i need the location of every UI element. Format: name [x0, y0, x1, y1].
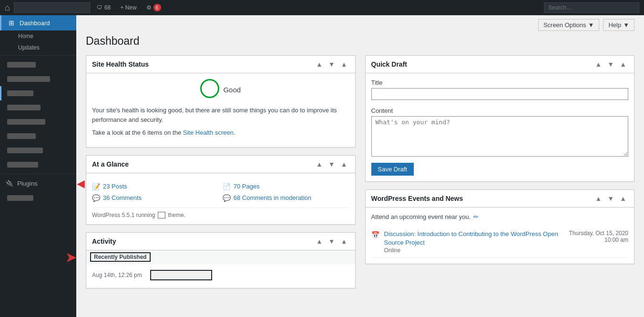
- sidebar-item-blurred-3[interactable]: [0, 86, 76, 100]
- woo-icon: ⚙: [146, 4, 152, 11]
- event-time-text-1: 10:00 am: [569, 237, 628, 243]
- glance-footer: WordPress 5.5.1 running theme.: [92, 208, 349, 219]
- recently-published-label: Recently Published: [86, 250, 355, 264]
- screen-options-button[interactable]: Screen Options ▼: [538, 19, 599, 31]
- sidebar-item-plugins[interactable]: 🔌 Plugins: [0, 176, 43, 191]
- page-title: Dashboard: [86, 35, 634, 48]
- help-arrow-icon: ▼: [623, 21, 629, 29]
- wp-events-controls: ▲ ▼ ▲: [593, 194, 628, 203]
- event-left-1: 📅 Discussion: Introduction to Contributi…: [371, 230, 569, 254]
- recently-published-container: ➤ Recently Published: [92, 250, 349, 264]
- activity-close-btn[interactable]: ▲: [339, 237, 349, 246]
- event-item-1: 📅 Discussion: Introduction to Contributi…: [371, 226, 629, 258]
- events-down-btn[interactable]: ▼: [605, 194, 616, 203]
- wp-logo-icon[interactable]: ⌂: [5, 3, 10, 13]
- draft-title-input[interactable]: [371, 88, 629, 100]
- event-date-text-1: Thursday, Oct 15, 2020: [569, 230, 628, 237]
- site-health-close-btn[interactable]: ▲: [339, 59, 349, 69]
- pages-glance-item[interactable]: 📄 70 Pages: [223, 183, 349, 190]
- screen-options-label: Screen Options: [543, 21, 586, 29]
- at-a-glance-body: 📝 23 Posts 📄 70 Pages 💬 36 Comments: [86, 173, 355, 225]
- title-label: Title: [371, 79, 629, 86]
- new-content-item[interactable]: + New: [117, 0, 139, 15]
- activity-up-btn[interactable]: ▲: [314, 237, 325, 246]
- activity-post-box: [150, 270, 212, 280]
- site-health-up-btn[interactable]: ▲: [314, 59, 325, 69]
- help-button[interactable]: Help ▼: [603, 19, 634, 31]
- comments-count: 68: [104, 4, 111, 11]
- save-draft-button[interactable]: Save Draft: [371, 163, 414, 176]
- moderation-icon: 💬: [223, 194, 231, 202]
- admin-search-input[interactable]: [544, 2, 639, 13]
- event-date-1: Thursday, Oct 15, 2020 10:00 am: [569, 230, 628, 243]
- sidebar-item-home[interactable]: Home: [0, 30, 76, 42]
- location-edit-icon[interactable]: ✏: [473, 213, 479, 220]
- plugins-label: Plugins: [17, 180, 38, 187]
- draft-close-btn[interactable]: ▲: [618, 59, 628, 69]
- activity-down-btn[interactable]: ▼: [327, 237, 337, 246]
- calendar-icon-1: 📅: [371, 231, 379, 238]
- site-health-down-btn[interactable]: ▼: [327, 59, 337, 69]
- events-close-btn[interactable]: ▲: [618, 194, 628, 203]
- glance-down-btn[interactable]: ▼: [327, 159, 337, 169]
- new-label: + New: [120, 4, 136, 11]
- quick-draft-controls: ▲ ▼ ▲: [593, 59, 628, 69]
- sidebar-item-blurred-2[interactable]: [0, 72, 76, 86]
- menu-divider-2: [0, 174, 76, 174]
- site-health-link[interactable]: Site Health screen: [183, 129, 234, 136]
- site-health-widget: Site Health Status ▲ ▼ ▲ Good Your site'…: [86, 55, 356, 148]
- health-description: Your site's health is looking good, but …: [92, 106, 349, 124]
- sidebar-item-blurred-9[interactable]: [0, 191, 76, 205]
- glance-close-btn[interactable]: ▲: [339, 159, 349, 169]
- sidebar-item-blurred-1[interactable]: [0, 58, 76, 72]
- sidebar-item-blurred-8[interactable]: [0, 158, 76, 172]
- admin-sidebar: ⊞ Dashboard Home Updates: [0, 15, 76, 317]
- sidebar-item-dashboard[interactable]: ⊞ Dashboard: [0, 15, 76, 30]
- activity-date: Aug 14th, 12:26 pm: [92, 272, 144, 278]
- comments-icon-item[interactable]: 🗨 68: [94, 0, 113, 15]
- site-title-input[interactable]: [14, 2, 90, 13]
- main-content: Screen Options ▼ Help ▼ Dashboard Site H…: [76, 15, 644, 317]
- wp-events-widget: WordPress Events and News ▲ ▼ ▲ Attend a…: [365, 189, 635, 264]
- draft-up-btn[interactable]: ▲: [593, 59, 603, 69]
- sidebar-item-blurred-6[interactable]: [0, 129, 76, 143]
- theme-box-icon: [158, 212, 165, 218]
- dashboard-icon: ⊞: [7, 19, 16, 27]
- glance-grid: 📝 23 Posts 📄 70 Pages 💬 36 Comments: [92, 179, 349, 206]
- event-details-1: Discussion: Introduction to Contributing…: [384, 230, 569, 254]
- draft-down-btn[interactable]: ▼: [605, 59, 616, 69]
- blurred-label-9: [7, 195, 33, 201]
- posts-glance-item[interactable]: 📝 23 Posts: [92, 183, 219, 190]
- quick-draft-title: Quick Draft: [371, 60, 407, 68]
- health-circle-icon: [200, 79, 219, 98]
- glance-up-btn[interactable]: ▲: [314, 159, 325, 169]
- comments-glance-item[interactable]: 💬 36 Comments: [92, 194, 219, 202]
- screen-options-arrow-icon: ▼: [588, 21, 594, 29]
- health-link-text: Take a look at the 6 items on the Site H…: [92, 128, 349, 138]
- updates-label: Updates: [18, 44, 40, 51]
- recently-published-box: Recently Published: [90, 252, 151, 262]
- at-a-glance-header: At a Glance ▲ ▼ ▲: [86, 156, 355, 173]
- draft-content-textarea[interactable]: [371, 116, 629, 157]
- sidebar-item-blurred-5[interactable]: [0, 115, 76, 129]
- moderation-glance-item[interactable]: 💬 68 Comments in moderation: [223, 194, 349, 202]
- pages-count: 70 Pages: [234, 183, 260, 190]
- sidebar-item-blurred-4[interactable]: [0, 100, 76, 115]
- sidebar-item-updates[interactable]: Updates: [0, 42, 76, 53]
- sidebar-item-blurred-7[interactable]: [0, 143, 76, 158]
- quick-draft-body: Title Content Save Draft: [366, 73, 634, 181]
- plugins-row: 🔌 Plugins ◀: [0, 176, 76, 191]
- theme-label: theme.: [168, 212, 185, 218]
- site-health-header: Site Health Status ▲ ▼ ▲: [86, 56, 355, 73]
- posts-count: 23 Posts: [103, 183, 127, 190]
- sidebar-dashboard-label: Dashboard: [20, 20, 50, 27]
- site-health-title: Site Health Status: [92, 60, 149, 68]
- events-up-btn[interactable]: ▲: [593, 194, 603, 203]
- at-a-glance-controls: ▲ ▼ ▲: [314, 159, 349, 169]
- content-header: Screen Options ▼ Help ▼: [86, 15, 634, 35]
- blurred-label-5: [7, 119, 45, 125]
- event-title-1[interactable]: Discussion: Introduction to Contributing…: [384, 230, 569, 247]
- wp-events-body: Attend an upcoming event near you. ✏ 📅 D…: [366, 208, 634, 264]
- health-status-text: Good: [223, 86, 241, 94]
- woo-item[interactable]: ⚙ 6: [143, 0, 164, 15]
